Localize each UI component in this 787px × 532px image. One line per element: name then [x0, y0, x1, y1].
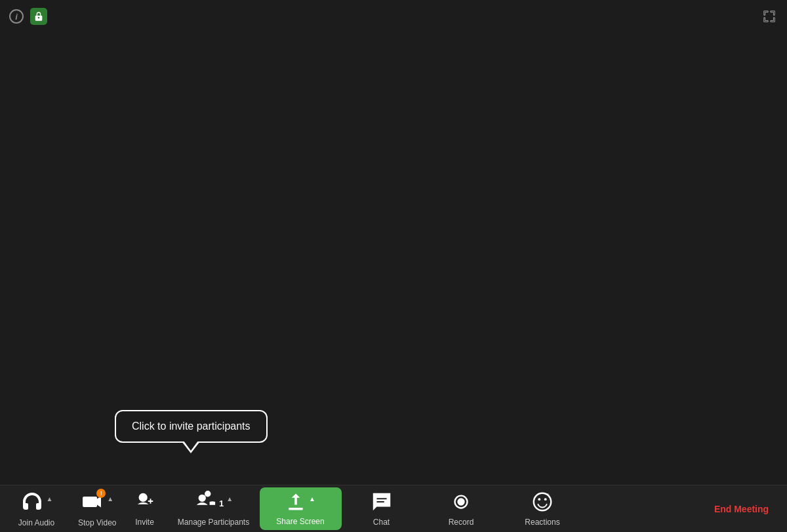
- reactions-label: Reactions: [525, 518, 559, 527]
- share-screen-icon-area: ▲: [285, 491, 315, 515]
- join-audio-icon-area: ▲: [20, 490, 53, 516]
- end-meeting-button[interactable]: End Meeting: [696, 500, 787, 518]
- tooltip-text: Click to invite participants: [132, 420, 251, 432]
- top-bar: i: [0, 0, 787, 33]
- join-audio-chevron[interactable]: ▲: [47, 495, 53, 502]
- stop-video-chevron[interactable]: ▲: [107, 495, 113, 502]
- invite-label: Invite: [135, 518, 154, 527]
- top-bar-right: [761, 8, 778, 25]
- headphone-icon: [20, 490, 44, 516]
- manage-participants-button[interactable]: 1 ▲ Manage Participants: [168, 487, 260, 531]
- record-icon-area: [450, 491, 472, 516]
- share-screen-label: Share Screen: [276, 517, 324, 526]
- svg-point-3: [538, 498, 540, 501]
- record-label: Record: [449, 518, 474, 527]
- fullscreen-icon[interactable]: [761, 8, 778, 25]
- svg-point-1: [457, 498, 464, 505]
- chat-label: Chat: [373, 518, 390, 527]
- participants-icon-area: 1 ▲: [194, 491, 233, 516]
- person-add-icon: [134, 491, 156, 516]
- lock-svg: [33, 11, 44, 22]
- participants-chevron[interactable]: ▲: [226, 495, 233, 502]
- stop-video-icon-area: ! ▲: [81, 490, 113, 516]
- svg-point-4: [544, 498, 547, 501]
- video-icon: !: [81, 490, 104, 516]
- participants-icon: [194, 491, 216, 516]
- invite-tooltip[interactable]: Click to invite participants: [115, 410, 268, 443]
- record-button[interactable]: Record: [422, 487, 501, 531]
- emoji-icon: +: [531, 491, 554, 516]
- toolbar: ▲ Join Audio ! ▲ Stop Video Invite: [0, 485, 787, 532]
- svg-text:+: +: [547, 492, 550, 498]
- chat-icon: [371, 491, 393, 516]
- top-bar-left: i: [9, 8, 47, 25]
- reactions-button[interactable]: + Reactions: [501, 487, 584, 531]
- join-audio-label: Join Audio: [18, 518, 54, 527]
- lock-icon[interactable]: [30, 8, 47, 25]
- fullscreen-svg: [762, 9, 777, 24]
- manage-participants-label: Manage Participants: [178, 518, 249, 527]
- share-screen-chevron[interactable]: ▲: [309, 495, 315, 502]
- share-screen-button[interactable]: ▲ Share Screen: [260, 487, 342, 530]
- end-meeting-label: End Meeting: [714, 504, 769, 514]
- reactions-icon-area: +: [531, 491, 554, 516]
- info-icon[interactable]: i: [9, 9, 24, 24]
- stop-video-button[interactable]: ! ▲ Stop Video: [73, 486, 122, 531]
- join-audio-button[interactable]: ▲ Join Audio: [0, 486, 73, 531]
- chat-icon-area: [371, 491, 393, 516]
- chat-button[interactable]: Chat: [342, 487, 422, 531]
- record-icon: [450, 491, 472, 516]
- stop-video-label: Stop Video: [78, 518, 117, 527]
- share-icon: [285, 491, 306, 515]
- participant-count: 1: [219, 499, 224, 508]
- invite-icon-area: [134, 491, 156, 516]
- invite-button[interactable]: Invite: [122, 487, 168, 531]
